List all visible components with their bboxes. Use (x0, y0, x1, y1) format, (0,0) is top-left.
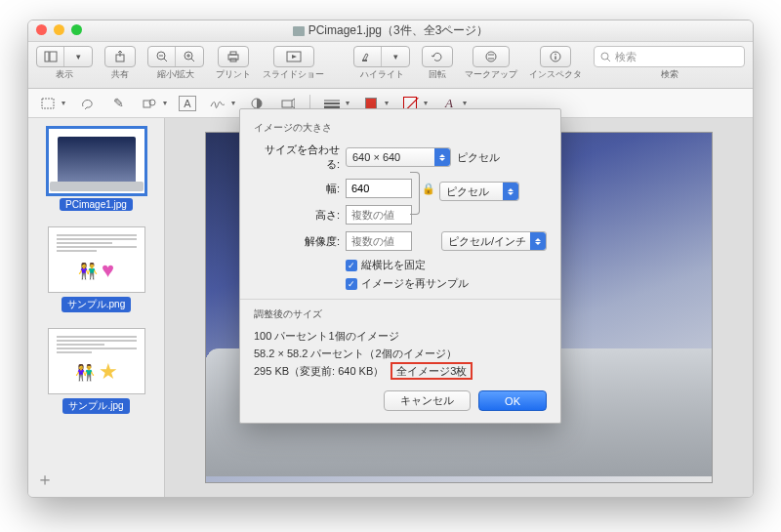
height-label: 高さ: (254, 208, 340, 223)
zoom-segment[interactable] (147, 46, 204, 67)
chevron-down-icon[interactable]: ▾ (385, 99, 389, 107)
thumbnail-filename: サンプル.jpg (62, 398, 129, 414)
text-tool-icon[interactable]: A (179, 96, 196, 111)
markup-label: マークアップ (465, 68, 517, 81)
svg-point-15 (486, 52, 496, 61)
resize-dialog: イメージの大きさ サイズを合わせる: 640 × 640 ピクセル 幅: 高さ:… (239, 108, 561, 424)
resolution-label: 解像度: (254, 234, 340, 249)
result-line: 100 パーセント1個のイメージ (254, 329, 547, 344)
search-placeholder: 検索 (615, 50, 637, 64)
main-toolbar: ▾ 表示 共有 縮小/拡大 プリント スライドショー ▾ ハイライト (28, 42, 753, 89)
ok-button[interactable]: OK (478, 390, 547, 411)
slideshow-button[interactable] (273, 46, 314, 67)
svg-rect-1 (50, 52, 57, 61)
window-title: PCimage1.jpg（3件、全3ページ） (308, 22, 489, 39)
search-icon (600, 52, 611, 62)
sign-tool-icon[interactable] (208, 95, 227, 112)
zoom-icon[interactable] (71, 24, 82, 35)
width-input[interactable] (346, 179, 412, 198)
height-input[interactable] (346, 205, 412, 225)
aspect-ratio-checkbox[interactable]: ✓縦横比を固定 (346, 258, 547, 272)
pen-tool-icon[interactable]: ✎ (108, 95, 128, 112)
lock-icon[interactable]: 🔒 (422, 179, 435, 198)
thumbnail-item[interactable]: PCimage1.jpg (44, 128, 149, 211)
lasso-tool-icon[interactable] (77, 95, 97, 112)
search-label: 検索 (661, 68, 678, 81)
view-label: 表示 (56, 68, 73, 81)
view-mode-segment[interactable]: ▾ (36, 46, 93, 67)
highlight-label: ハイライト (360, 68, 404, 81)
print-label: プリント (216, 68, 251, 81)
svg-rect-25 (282, 101, 292, 107)
chevron-down-icon[interactable]: ▾ (62, 99, 65, 107)
total-images-highlight: 全イメージ3枚 (390, 362, 473, 380)
inspector-button[interactable] (540, 46, 571, 67)
width-label: 幅: (254, 182, 340, 196)
link-bracket (410, 172, 420, 215)
highlight-segment[interactable]: ▾ (353, 46, 410, 67)
svg-point-19 (601, 53, 608, 60)
add-button[interactable]: ＋ (36, 468, 54, 491)
chevron-down-icon[interactable]: ▾ (346, 99, 349, 107)
dialog-section-title: 調整後のサイズ (254, 307, 547, 321)
share-button[interactable] (104, 46, 136, 67)
thumbnail-filename: PCimage1.jpg (60, 198, 133, 211)
svg-line-9 (191, 59, 194, 61)
fit-select[interactable]: 640 × 640 (346, 147, 451, 167)
svg-line-20 (607, 59, 610, 61)
svg-rect-0 (45, 52, 49, 61)
fit-label: サイズを合わせる: (254, 143, 340, 172)
svg-line-5 (164, 59, 167, 61)
print-button[interactable] (218, 46, 249, 67)
markup-button[interactable] (473, 46, 510, 67)
svg-rect-14 (362, 60, 367, 61)
resample-checkbox[interactable]: ✓イメージを再サンプル (346, 276, 547, 291)
traffic-lights (36, 24, 82, 35)
svg-rect-21 (42, 99, 54, 108)
zoom-label: 縮小/拡大 (157, 68, 195, 81)
cancel-button[interactable]: キャンセル (384, 390, 471, 411)
thumbnail-item[interactable]: 👫♥ サンプル.png (44, 226, 149, 312)
titlebar: PCimage1.jpg（3件、全3ページ） (28, 20, 753, 42)
inspector-label: インスペクタ (529, 68, 582, 81)
chevron-down-icon[interactable]: ▾ (463, 99, 467, 107)
svg-rect-11 (230, 52, 236, 55)
selection-tool-icon[interactable] (38, 95, 58, 112)
result-line: 58.2 × 58.2 パーセント（2個のイメージ） (254, 347, 547, 361)
resolution-unit-select[interactable]: ピクセル/インチ (441, 231, 547, 251)
dialog-section-title: イメージの大きさ (254, 121, 547, 135)
thumbnail-filename: サンプル.png (62, 297, 131, 312)
search-input[interactable]: 検索 (594, 46, 745, 67)
svg-point-17 (555, 54, 556, 56)
shapes-tool-icon[interactable] (140, 95, 159, 112)
close-icon[interactable] (36, 24, 47, 35)
chevron-down-icon[interactable]: ▾ (231, 99, 235, 107)
result-line: 295 KB（変更前: 640 KB） 全イメージ3枚 (254, 364, 547, 379)
rotate-label: 回転 (429, 68, 446, 81)
share-label: 共有 (111, 68, 129, 81)
thumbnail-item[interactable]: 👫★ サンプル.jpg (44, 328, 149, 414)
chevron-down-icon[interactable]: ▾ (163, 99, 167, 107)
rotate-button[interactable] (422, 46, 453, 67)
fit-unit: ピクセル (457, 150, 500, 165)
resolution-input[interactable] (346, 231, 412, 251)
unit-select[interactable]: ピクセル (439, 182, 519, 201)
minimize-icon[interactable] (54, 24, 64, 35)
slideshow-label: スライドショー (263, 68, 324, 81)
chevron-down-icon[interactable]: ▾ (424, 99, 428, 107)
thumbnail-sidebar: PCimage1.jpg 👫♥ サンプル.png 👫★ サンプル.jpg ＋ (28, 118, 165, 497)
document-icon (293, 26, 305, 36)
